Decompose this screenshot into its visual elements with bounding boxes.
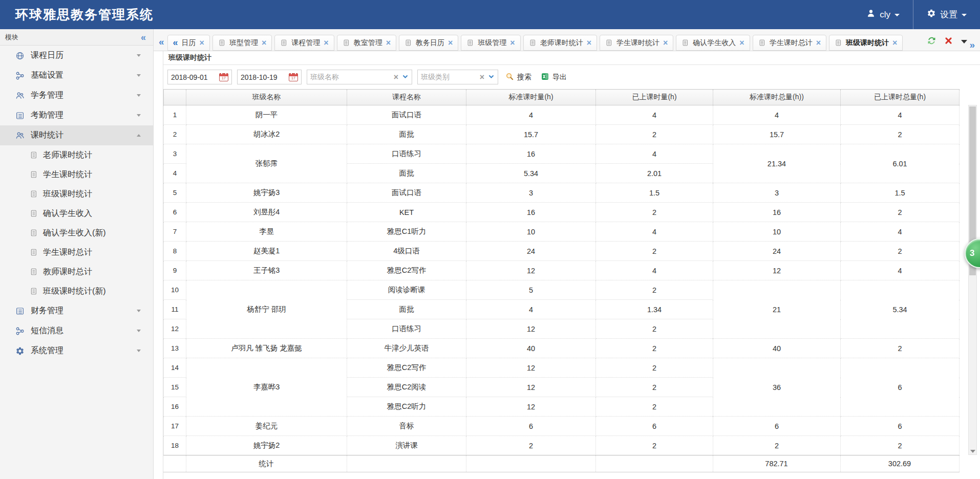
class-name-combobox[interactable]: 班级名称 × bbox=[307, 70, 412, 84]
sidebar-subitem[interactable]: 班级课时统计 bbox=[0, 184, 153, 204]
chevron-down-icon[interactable] bbox=[402, 73, 409, 82]
export-button[interactable]: 导出 bbox=[539, 72, 569, 82]
header-row: 班级名称课程名称标准课时量(h)已上课时量(h)标准课时总量(h))已上课时总量… bbox=[164, 90, 960, 105]
sidebar-item[interactable]: 短信消息 bbox=[0, 321, 153, 341]
tab[interactable]: 班级管理× bbox=[461, 35, 520, 51]
topbar-right: cly 设置 bbox=[853, 0, 980, 29]
user-menu[interactable]: cly bbox=[853, 0, 913, 29]
tab-label: 学生课时统计 bbox=[616, 38, 659, 48]
date-to-input[interactable]: 2018-10-19 bbox=[237, 70, 302, 84]
class-type-combobox[interactable]: 班级类别 × bbox=[417, 70, 498, 84]
table-row[interactable]: 5姚宇扬3面试口语31.531.5 bbox=[164, 183, 960, 203]
scroll-left-icon[interactable]: « bbox=[173, 37, 178, 48]
sidebar-subitem[interactable]: 确认学生收入(新) bbox=[0, 223, 153, 243]
table-row[interactable]: 3张郁霈口语练习16421.346.01 bbox=[164, 144, 960, 164]
chevron-down-icon bbox=[894, 14, 900, 16]
sidebar-subitem[interactable]: 学生课时总计 bbox=[0, 243, 153, 262]
sidebar-item[interactable]: 课程日历 bbox=[0, 46, 153, 66]
chevron-down-icon[interactable] bbox=[488, 73, 495, 82]
tab[interactable]: 确认学生收入× bbox=[676, 35, 750, 51]
close-icon[interactable]: × bbox=[262, 39, 266, 47]
std-total-cell: 2 bbox=[713, 436, 841, 455]
tab-label: 老师课时统计 bbox=[540, 38, 583, 48]
close-icon[interactable]: × bbox=[510, 39, 515, 47]
column-header[interactable]: 标准课时总量(h)) bbox=[713, 90, 841, 105]
clear-icon[interactable]: × bbox=[394, 73, 398, 81]
sidebar-subitem[interactable]: 班级课时统计(新) bbox=[0, 281, 153, 301]
close-icon[interactable]: × bbox=[448, 39, 453, 47]
close-icon[interactable]: × bbox=[663, 39, 668, 47]
table-row[interactable]: 6刘昱彤4KET162162 bbox=[164, 203, 960, 222]
summary-std-total: 782.71 bbox=[713, 455, 840, 472]
course-name-cell: 面试口语 bbox=[347, 105, 466, 125]
table-row[interactable]: 2胡冰冰2面批15.7215.72 bbox=[164, 125, 960, 144]
table-row[interactable]: 9王子铭3雅思C2写作124124 bbox=[164, 261, 960, 280]
sidebar-item[interactable]: 考勤管理 bbox=[0, 105, 153, 125]
column-header[interactable]: 标准课时量(h) bbox=[466, 90, 596, 105]
tab[interactable]: 课程管理× bbox=[274, 35, 334, 51]
std-hours-cell: 10 bbox=[466, 222, 596, 242]
table-row[interactable]: 13卢羽凡 雏飞扬 龙嘉懿牛津少儿英语402402 bbox=[164, 339, 960, 358]
sidebar-item[interactable]: 基础设置 bbox=[0, 66, 153, 85]
search-button[interactable]: 搜索 bbox=[503, 72, 534, 82]
tab[interactable]: 老师课时统计× bbox=[523, 35, 597, 51]
calendar-icon[interactable] bbox=[219, 73, 228, 81]
tab[interactable]: 班级课时统计× bbox=[829, 35, 903, 51]
people-icon bbox=[15, 131, 25, 140]
table-row[interactable]: 1阴一平面试口语4444 bbox=[164, 105, 960, 125]
table-header-row: 班级名称课程名称标准课时量(h)已上课时量(h)标准课时总量(h))已上课时总量… bbox=[164, 90, 960, 105]
close-icon[interactable]: × bbox=[587, 39, 591, 47]
sidebar-item[interactable]: 财务管理 bbox=[0, 301, 153, 321]
scroll-tabs-left-icon[interactable]: « bbox=[157, 36, 167, 51]
clear-icon[interactable]: × bbox=[480, 73, 484, 81]
close-all-tabs-icon[interactable] bbox=[944, 36, 953, 47]
refresh-tab-icon[interactable] bbox=[927, 36, 936, 47]
scroll-tabs-right-icon[interactable]: » bbox=[969, 39, 975, 51]
table-row[interactable]: 14李嘉晔3雅思C2写作122366 bbox=[164, 358, 960, 378]
collapse-sidebar-icon[interactable]: « bbox=[141, 33, 146, 42]
column-header[interactable]: 课程名称 bbox=[347, 90, 466, 105]
calendar-icon[interactable] bbox=[289, 73, 298, 81]
tab[interactable]: «日历× bbox=[167, 35, 210, 51]
row-number: 6 bbox=[164, 203, 186, 222]
tab[interactable]: 班型管理× bbox=[212, 35, 272, 51]
tab[interactable]: 学生课时总计× bbox=[753, 35, 826, 51]
tab-actions-arrow-icon[interactable] bbox=[961, 40, 967, 43]
column-header[interactable]: 已上课时量(h) bbox=[596, 90, 713, 105]
table-row[interactable]: 10杨舒宁 邵玥阅读诊断课52215.34 bbox=[164, 280, 960, 300]
table-row[interactable]: 18姚宇扬2演讲课2222 bbox=[164, 436, 960, 455]
tab[interactable]: 学生课时统计× bbox=[600, 35, 673, 51]
table-row[interactable]: 17姜纪元音标6666 bbox=[164, 417, 960, 436]
close-icon[interactable]: × bbox=[200, 39, 204, 47]
sidebar-subitem[interactable]: 教师课时总计 bbox=[0, 262, 153, 281]
tab-label: 课程管理 bbox=[291, 38, 320, 48]
sidebar-item[interactable]: 学务管理 bbox=[0, 85, 153, 105]
std-total-cell: 3 bbox=[713, 183, 841, 203]
column-header[interactable] bbox=[164, 90, 186, 105]
sidebar-subitem[interactable]: 确认学生收入 bbox=[0, 204, 153, 223]
class-name-cell: 杨舒宁 邵玥 bbox=[186, 280, 347, 339]
close-icon[interactable]: × bbox=[324, 39, 328, 47]
close-icon[interactable]: × bbox=[739, 39, 744, 47]
row-number: 4 bbox=[164, 164, 186, 183]
close-icon[interactable]: × bbox=[386, 39, 391, 47]
table-row[interactable]: 8赵美凝14级口语242242 bbox=[164, 242, 960, 261]
tab[interactable]: 教务日历× bbox=[399, 35, 458, 51]
tab-label: 教务日历 bbox=[416, 38, 444, 48]
column-header[interactable]: 已上课时总量(h) bbox=[841, 90, 960, 105]
vertical-scrollbar[interactable] bbox=[968, 105, 977, 455]
sidebar-item[interactable]: 系统管理 bbox=[0, 341, 153, 361]
tab[interactable]: 教室管理× bbox=[337, 35, 396, 51]
course-name-cell: 口语练习 bbox=[347, 144, 466, 164]
close-icon[interactable]: × bbox=[816, 39, 821, 47]
date-from-input[interactable]: 2018-09-01 bbox=[167, 70, 232, 84]
settings-menu[interactable]: 设置 bbox=[913, 0, 980, 29]
sidebar-subitem[interactable]: 学生课时统计 bbox=[0, 165, 153, 184]
close-icon[interactable]: × bbox=[892, 39, 897, 47]
scroll-down-arrow-icon[interactable] bbox=[970, 450, 975, 453]
sidebar-item-label: 学务管理 bbox=[31, 90, 63, 101]
sidebar-subitem[interactable]: 老师课时统计 bbox=[0, 145, 153, 165]
sidebar-item[interactable]: 课时统计 bbox=[0, 125, 153, 145]
column-header[interactable]: 班级名称 bbox=[186, 90, 347, 105]
table-row[interactable]: 7李昱雅思C1听力104104 bbox=[164, 222, 960, 242]
